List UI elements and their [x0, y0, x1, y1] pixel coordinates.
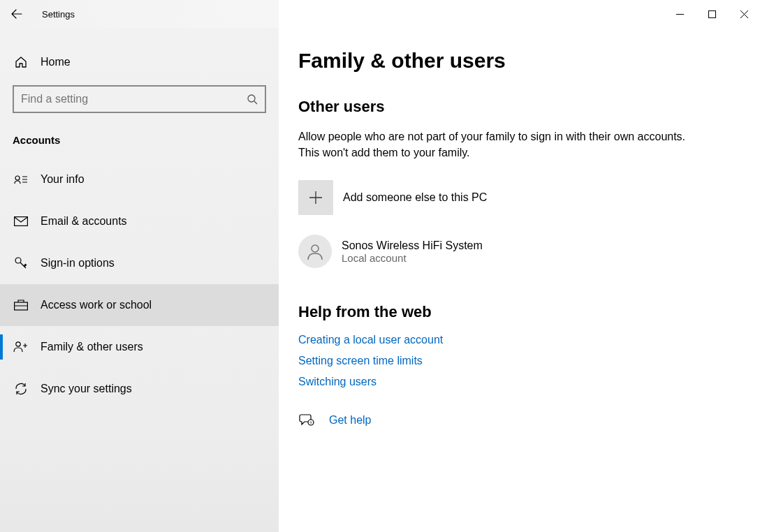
search-icon — [247, 94, 258, 105]
svg-point-6 — [16, 342, 20, 346]
sidebar-item-sign-in-options[interactable]: Sign-in options — [0, 242, 279, 284]
add-someone-label: Add someone else to this PC — [343, 191, 487, 204]
sidebar-item-family-other-users[interactable]: Family & other users — [0, 326, 279, 368]
key-icon — [13, 256, 29, 270]
sidebar: Home Accounts Your info Email & accounts — [0, 28, 279, 532]
help-from-web-title: Help from the web — [298, 303, 739, 321]
person-icon — [305, 242, 325, 261]
sidebar-item-sync-settings[interactable]: Sync your settings — [0, 368, 279, 410]
get-help-button[interactable]: ? Get help — [298, 413, 739, 427]
sidebar-item-your-info[interactable]: Your info — [0, 158, 279, 200]
minimize-button[interactable] — [664, 0, 696, 28]
plus-tile — [298, 180, 333, 215]
sidebar-item-email-accounts[interactable]: Email & accounts — [0, 200, 279, 242]
sidebar-item-label: Family & other users — [41, 341, 143, 353]
sidebar-item-label: Sync your settings — [41, 383, 132, 395]
svg-point-4 — [15, 258, 21, 263]
sidebar-item-label: Access work or school — [41, 299, 152, 311]
sidebar-section-label: Accounts — [0, 113, 279, 158]
arrow-left-icon — [11, 8, 22, 20]
other-user-entry[interactable]: Sonos Wireless HiFi System Local account — [298, 235, 739, 268]
window-controls — [664, 0, 760, 28]
maximize-button[interactable] — [696, 0, 728, 28]
maximize-icon — [708, 10, 716, 18]
sidebar-item-label: Your info — [41, 173, 85, 186]
minimize-icon — [676, 10, 684, 18]
section-title-other-users: Other users — [298, 98, 739, 116]
user-subtext: Local account — [342, 252, 483, 264]
add-someone-button[interactable]: Add someone else to this PC — [298, 180, 739, 215]
home-icon — [13, 56, 29, 68]
titlebar: Settings — [0, 0, 760, 28]
mail-icon — [13, 216, 29, 226]
user-card-icon — [13, 174, 29, 185]
avatar — [298, 235, 332, 268]
svg-point-1 — [248, 95, 255, 102]
close-icon — [740, 10, 748, 18]
search-box[interactable] — [13, 85, 266, 113]
sync-icon — [13, 382, 29, 396]
svg-point-2 — [15, 176, 20, 180]
window-title: Settings — [42, 9, 75, 20]
help-link-create-local-user[interactable]: Creating a local user account — [298, 334, 739, 346]
help-link-screen-time[interactable]: Setting screen time limits — [298, 355, 739, 367]
plus-icon — [308, 190, 323, 205]
close-button[interactable] — [728, 0, 760, 28]
help-link-switching-users[interactable]: Switching users — [298, 376, 739, 388]
home-nav[interactable]: Home — [0, 47, 279, 77]
get-help-label: Get help — [329, 414, 371, 427]
back-button[interactable] — [0, 0, 34, 28]
people-add-icon — [13, 341, 29, 353]
page-title: Family & other users — [298, 49, 739, 73]
sidebar-item-access-work-school[interactable]: Access work or school — [0, 284, 279, 326]
search-input[interactable] — [21, 93, 247, 105]
main-pane: Family & other users Other users Allow p… — [279, 28, 760, 532]
user-name: Sonos Wireless HiFi System — [342, 239, 483, 252]
briefcase-icon — [13, 300, 29, 311]
other-users-description: Allow people who are not part of your fa… — [298, 128, 689, 161]
sidebar-item-label: Sign-in options — [41, 257, 115, 269]
sidebar-item-label: Email & accounts — [41, 215, 127, 228]
home-label: Home — [41, 56, 71, 68]
svg-point-7 — [312, 245, 319, 252]
chat-help-icon: ? — [298, 413, 315, 427]
svg-rect-0 — [708, 10, 715, 17]
